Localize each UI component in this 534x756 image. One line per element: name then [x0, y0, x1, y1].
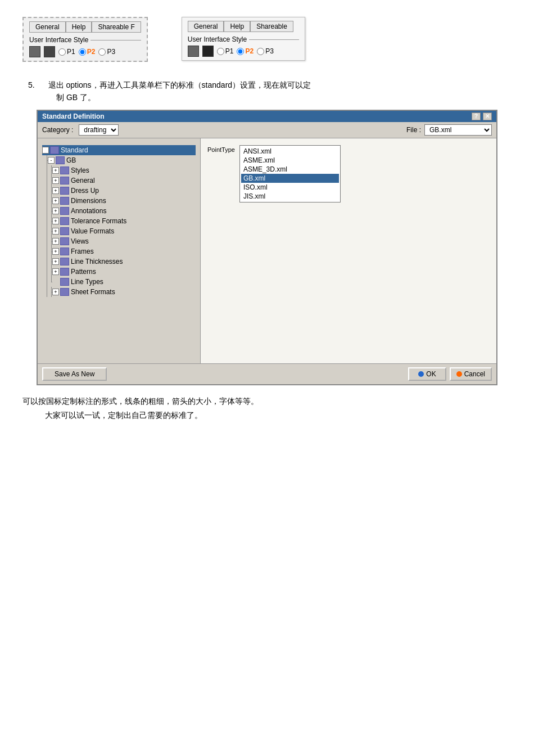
file-item-iso[interactable]: ISO.xml [241, 183, 339, 192]
category-select[interactable]: drafting [79, 124, 119, 136]
file-area: PointType ANSI.xml ASME.xml ASME_3D.xml … [205, 143, 492, 205]
right-radio-p3-input[interactable] [257, 48, 264, 55]
left-radio-p3[interactable]: P3 [98, 48, 115, 56]
step5-text: 5. 退出 options，再进入工具菜单栏下的标准（standard）设置，现… [28, 79, 523, 104]
styles-v1 [43, 165, 48, 176]
left-tab-shareable[interactable]: Shareable F [92, 21, 141, 33]
standard-expander[interactable]: - [42, 147, 49, 154]
ann-label: Annotations [71, 207, 106, 215]
pat-icon [60, 268, 69, 276]
tree-node-annotations[interactable]: + Annotations [42, 206, 196, 216]
right-tab-help[interactable]: Help [224, 21, 250, 32]
lt-connector [48, 256, 52, 267]
tree-node-styles[interactable]: + Styles [42, 165, 196, 176]
dressup-v1 [43, 186, 48, 196]
left-radio-p1[interactable]: P1 [58, 48, 75, 56]
cancel-dot-icon [456, 371, 462, 377]
val-connector [48, 226, 52, 236]
lt-label: Line Thicknesses [71, 258, 123, 266]
left-radio-p2-input[interactable] [79, 48, 86, 56]
right-tab-general[interactable]: General [188, 21, 224, 32]
right-toolbar-tabs: General Help Shareable [188, 21, 299, 32]
left-tab-help[interactable]: Help [66, 21, 92, 33]
cancel-button[interactable]: Cancel [450, 367, 492, 381]
frames-icon [60, 248, 69, 255]
pointtype-label: PointType [207, 146, 235, 153]
tree-node-patterns[interactable]: + Patterns [42, 267, 196, 277]
right-radio-p2-input[interactable] [237, 48, 244, 55]
right-radio-p3[interactable]: P3 [257, 47, 274, 55]
val-expander[interactable]: + [52, 228, 59, 235]
dialog-close-btn[interactable]: ✕ [483, 112, 492, 120]
val-label: Value Formats [71, 227, 114, 235]
tree-node-dimensions[interactable]: + Dimensions [42, 196, 196, 206]
tree-node-tolerance[interactable]: + Tolerance Formats [42, 216, 196, 226]
tree-node-views[interactable]: + Views [42, 236, 196, 246]
dims-icon [60, 197, 69, 205]
tree-node-linethick[interactable]: + Line Thicknesses [42, 256, 196, 267]
left-tab-general[interactable]: General [29, 21, 66, 33]
pat-expander[interactable]: + [52, 268, 59, 275]
right-radio-p1-input[interactable] [217, 48, 224, 55]
dressup-expander[interactable]: + [52, 187, 59, 194]
dialog-header: Category : drafting File : GB.xml [38, 122, 496, 138]
gb-connector [43, 155, 48, 165]
views-expander[interactable]: + [52, 238, 59, 245]
bottom-text: 可以按国标定制标注的形式，线条的粗细，箭头的大小，字体等等。 大家可以试一试，定… [22, 394, 512, 422]
tree-node-gb[interactable]: - GB [42, 155, 196, 165]
tol-expander[interactable]: + [52, 218, 59, 224]
dialog-body: - Standard - GB + S [38, 138, 496, 363]
right-radio-p2[interactable]: P2 [237, 47, 254, 55]
dims-expander[interactable]: + [52, 197, 59, 204]
frames-connector [48, 246, 52, 256]
frames-v1 [43, 246, 48, 256]
dressup-connector [48, 186, 52, 196]
lt-expander[interactable]: + [52, 258, 59, 265]
left-radio-p3-input[interactable] [98, 48, 106, 56]
dialog-right-panel: PointType ANSI.xml ASME.xml ASME_3D.xml … [201, 138, 496, 363]
file-item-asme[interactable]: ASME.xml [241, 156, 339, 165]
right-ui-style-label: User Interface Style [188, 35, 299, 43]
sheet-expander[interactable]: + [52, 289, 59, 295]
styles-expander[interactable]: + [52, 167, 59, 174]
file-item-ansi[interactable]: ANSI.xml [241, 147, 339, 156]
tree-node-sheet[interactable]: + Sheet Formats [42, 287, 196, 297]
general-expander[interactable]: + [52, 177, 59, 184]
sheet-label: Sheet Formats [71, 288, 115, 296]
tree-node-frames[interactable]: + Frames [42, 246, 196, 256]
general-icon [60, 177, 69, 184]
left-radio-p1-input[interactable] [58, 48, 66, 56]
sheet-connector [48, 287, 52, 297]
general-connector [48, 176, 52, 186]
tree-node-linetypes[interactable]: Line Types [42, 277, 196, 287]
ann-expander[interactable]: + [52, 208, 59, 214]
gb-icon [56, 156, 65, 164]
right-tab-shareable[interactable]: Shareable [250, 21, 293, 32]
tree-node-value[interactable]: + Value Formats [42, 226, 196, 236]
standard-label: Standard [61, 146, 88, 154]
file-select[interactable]: GB.xml [424, 124, 492, 136]
tol-v1 [43, 216, 48, 226]
tree-node-general[interactable]: + General [42, 176, 196, 186]
gb-label: GB [66, 156, 76, 164]
tree-node-standard[interactable]: - Standard [42, 145, 196, 155]
dialog-footer: Save As New OK Cancel [38, 363, 496, 384]
left-radio-p2[interactable]: P2 [79, 48, 96, 56]
standard-icon [50, 146, 59, 154]
frames-expander[interactable]: + [52, 248, 59, 255]
gb-expander[interactable]: - [48, 157, 55, 164]
right-radio-p1[interactable]: P1 [217, 47, 234, 55]
right-toolbar-box: General Help Shareable User Interface St… [182, 17, 305, 61]
pat-v1 [43, 267, 48, 277]
file-list: ANSI.xml ASME.xml ASME_3D.xml GB.xml ISO… [239, 145, 341, 202]
file-item-jis[interactable]: JIS.xml [241, 192, 339, 201]
file-item-asme3d[interactable]: ASME_3D.xml [241, 165, 339, 174]
save-as-new-button[interactable]: Save As New [42, 367, 107, 381]
ltype-v1 [43, 277, 48, 287]
ann-connector [48, 206, 52, 216]
ok-button[interactable]: OK [408, 367, 446, 381]
dressup-icon [60, 187, 69, 195]
dialog-help-btn[interactable]: ? [472, 112, 481, 120]
tree-node-dressup[interactable]: + Dress Up [42, 186, 196, 196]
file-item-gb[interactable]: GB.xml [241, 174, 339, 183]
